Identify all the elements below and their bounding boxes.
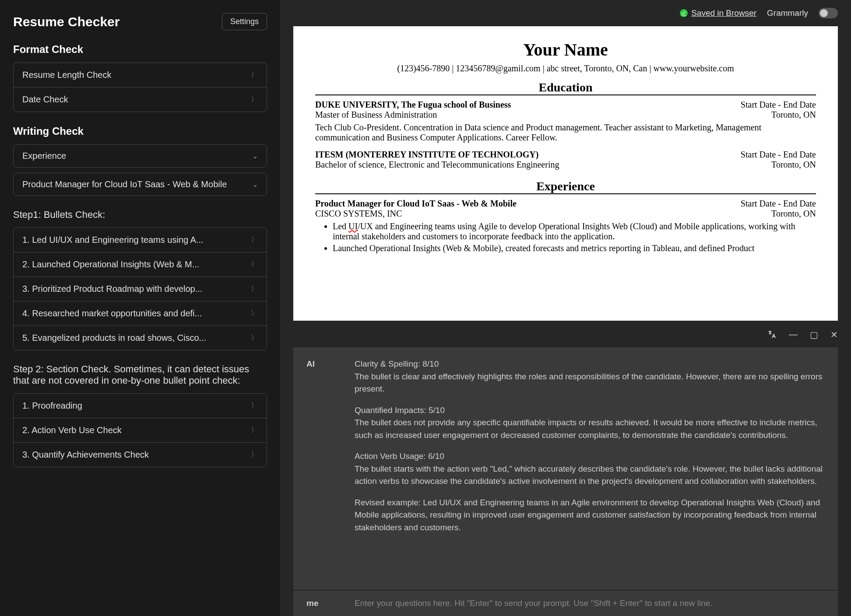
ai-speaker-label: AI bbox=[306, 358, 341, 579]
experience-dropdown[interactable]: Experience ⌄ bbox=[13, 144, 267, 168]
quant-heading: Quantified Impacts: 5/10 bbox=[355, 406, 445, 415]
chevron-right-icon: 〉 bbox=[251, 284, 258, 294]
close-icon[interactable]: ✕ bbox=[830, 329, 838, 341]
verb-body: The bullet starts with the action verb "… bbox=[355, 464, 823, 486]
chevron-right-icon: 〉 bbox=[251, 95, 258, 104]
exp1-location: Toronto, ON bbox=[771, 209, 816, 221]
edu1-row: DUKE UNIVERSITY, The Fugua school of Bus… bbox=[315, 100, 816, 110]
translate-icon[interactable] bbox=[767, 329, 777, 341]
chevron-right-icon: 〉 bbox=[251, 426, 258, 435]
edu1-school: DUKE UNIVERSITY, The Fugua school of Bus… bbox=[315, 100, 511, 110]
settings-button[interactable]: Settings bbox=[222, 13, 267, 30]
saved-text: Saved in Browser bbox=[691, 8, 756, 18]
edu1-location: Toronto, ON bbox=[771, 110, 816, 122]
clarity-heading: Clarity & Spelling: 8/10 bbox=[355, 359, 439, 368]
edu1-degree-row: Master of Business Administration Toront… bbox=[315, 110, 816, 122]
step1-title: Step1: Bullets Check: bbox=[13, 209, 267, 220]
exp1-bullet-2: Launched Operational Insights (Web & Mob… bbox=[333, 243, 816, 253]
exp1-bullet-1: Led UI/UX and Engineering teams using Ag… bbox=[333, 221, 816, 242]
experience-header: Experience bbox=[315, 179, 816, 194]
quantify-check-row[interactable]: 3. Quantify Achievements Check 〉 bbox=[14, 443, 267, 467]
ai-input[interactable] bbox=[355, 598, 825, 608]
step2-list: 1. Proofreading 〉 2. Action Verb Use Che… bbox=[13, 393, 267, 467]
chevron-right-icon: 〉 bbox=[251, 70, 258, 80]
bullet-2-row[interactable]: 2. Launched Operational Insights (Web & … bbox=[14, 252, 267, 277]
item-label: 1. Led UI/UX and Engineering teams using… bbox=[22, 235, 204, 245]
exp1-title: Product Manager for Cloud IoT Saas - Web… bbox=[315, 199, 517, 209]
spelling-error: UI bbox=[348, 221, 358, 231]
item-label: 2. Launched Operational Insights (Web & … bbox=[22, 259, 199, 270]
ai-input-row: me bbox=[293, 591, 838, 616]
chevron-down-icon: ⌄ bbox=[252, 152, 258, 160]
grammarly-label: Grammarly bbox=[767, 8, 808, 18]
exp1-bullets: Led UI/UX and Engineering teams using Ag… bbox=[315, 221, 816, 253]
edu2-dates: Start Date - End Date bbox=[741, 150, 816, 160]
step2-title: Step 2: Section Check. Sometimes, it can… bbox=[13, 364, 267, 386]
ai-panel: — ▢ ✕ AI Clarity & Spelling: 8/10The bul… bbox=[280, 321, 851, 616]
ai-panel-controls: — ▢ ✕ bbox=[293, 325, 838, 347]
bullet-1-row[interactable]: 1. Led UI/UX and Engineering teams using… bbox=[14, 228, 267, 252]
item-label: 4. Researched market opportunities and d… bbox=[22, 308, 202, 318]
bullet-5-row[interactable]: 5. Evangelized products in road shows, C… bbox=[14, 326, 267, 350]
exp1-row: Product Manager for Cloud IoT Saas - Web… bbox=[315, 199, 816, 209]
chevron-right-icon: 〉 bbox=[251, 333, 258, 343]
bullet-4-row[interactable]: 4. Researched market opportunities and d… bbox=[14, 301, 267, 326]
clarity-body: The bullet is clear and effectively high… bbox=[355, 372, 822, 394]
writing-check-title: Writing Check bbox=[13, 125, 267, 137]
item-label: 3. Prioritized Product Roadmap with deve… bbox=[22, 284, 202, 294]
chevron-right-icon: 〉 bbox=[251, 260, 258, 269]
main-area: ✓ Saved in Browser Grammarly Your Name (… bbox=[280, 0, 851, 616]
revised-example: Revised example: Led UI/UX and Engineeri… bbox=[355, 497, 825, 534]
resume-name: Your Name bbox=[315, 39, 816, 60]
edu1-degree: Master of Business Administration bbox=[315, 110, 437, 120]
item-label: Resume Length Check bbox=[22, 70, 111, 80]
top-bar: ✓ Saved in Browser Grammarly bbox=[280, 0, 851, 26]
sidebar-header: Resume Checker Settings bbox=[13, 13, 267, 30]
item-label: 3. Quantify Achievements Check bbox=[22, 450, 149, 460]
chevron-right-icon: 〉 bbox=[251, 235, 258, 245]
proofreading-row[interactable]: 1. Proofreading 〉 bbox=[14, 394, 267, 418]
exp1-company: CISCO SYSTEMS, INC bbox=[315, 209, 402, 219]
exp1-dates: Start Date - End Date bbox=[741, 199, 816, 209]
minimize-icon[interactable]: — bbox=[789, 329, 798, 341]
edu1-dates: Start Date - End Date bbox=[741, 100, 816, 110]
sidebar: Resume Checker Settings Format Check Res… bbox=[0, 0, 280, 616]
resume-length-check-row[interactable]: Resume Length Check 〉 bbox=[14, 63, 267, 88]
edu1-body: Tech Club Co-President. Concentration in… bbox=[315, 122, 816, 143]
exp1-company-row: CISCO SYSTEMS, INC Toronto, ON bbox=[315, 209, 816, 221]
saved-status[interactable]: ✓ Saved in Browser bbox=[680, 8, 756, 18]
verb-heading: Action Verb Usage: 6/10 bbox=[355, 452, 444, 461]
edu2-school: ITESM (MONTERREY INSTITUTE OF TECHNOLOGY… bbox=[315, 150, 538, 160]
check-icon: ✓ bbox=[680, 9, 688, 17]
dropdown-value: Product Manager for Cloud IoT Saas - Web… bbox=[22, 179, 227, 189]
item-label: 1. Proofreading bbox=[22, 401, 82, 411]
app-title: Resume Checker bbox=[13, 14, 120, 29]
format-check-list: Resume Length Check 〉 Date Check 〉 bbox=[13, 63, 267, 112]
item-label: Date Check bbox=[22, 94, 68, 105]
action-verb-check-row[interactable]: 2. Action Verb Use Check 〉 bbox=[14, 418, 267, 443]
ai-content: AI Clarity & Spelling: 8/10The bullet is… bbox=[293, 347, 838, 590]
bullet-3-row[interactable]: 3. Prioritized Product Roadmap with deve… bbox=[14, 277, 267, 301]
grammarly-toggle[interactable] bbox=[819, 8, 838, 18]
quant-body: The bullet does not provide any specific… bbox=[355, 418, 817, 440]
me-speaker-label: me bbox=[306, 598, 341, 608]
date-check-row[interactable]: Date Check 〉 bbox=[14, 88, 267, 112]
edu2-location: Toronto, ON bbox=[771, 160, 816, 172]
step1-list: 1. Led UI/UX and Engineering teams using… bbox=[13, 228, 267, 350]
item-label: 2. Action Verb Use Check bbox=[22, 425, 122, 435]
dropdown-value: Experience bbox=[22, 151, 66, 161]
education-header: Education bbox=[315, 80, 816, 95]
ai-text: Clarity & Spelling: 8/10The bullet is cl… bbox=[355, 358, 825, 579]
resume-contact: (123)456-7890 | 123456789@gamil.com | ab… bbox=[315, 63, 816, 74]
chevron-right-icon: 〉 bbox=[251, 309, 258, 318]
chevron-right-icon: 〉 bbox=[251, 450, 258, 459]
chevron-right-icon: 〉 bbox=[251, 401, 258, 410]
position-dropdown[interactable]: Product Manager for Cloud IoT Saas - Web… bbox=[13, 173, 267, 196]
format-check-title: Format Check bbox=[13, 43, 267, 56]
chevron-down-icon: ⌄ bbox=[252, 180, 258, 189]
edu2-row: ITESM (MONTERREY INSTITUTE OF TECHNOLOGY… bbox=[315, 150, 816, 160]
item-label: 5. Evangelized products in road shows, C… bbox=[22, 333, 206, 343]
maximize-icon[interactable]: ▢ bbox=[810, 329, 818, 341]
edu2-degree-row: Bachelor of science, Electronic and Tele… bbox=[315, 160, 816, 172]
resume-preview[interactable]: Your Name (123)456-7890 | 123456789@gami… bbox=[293, 26, 838, 321]
